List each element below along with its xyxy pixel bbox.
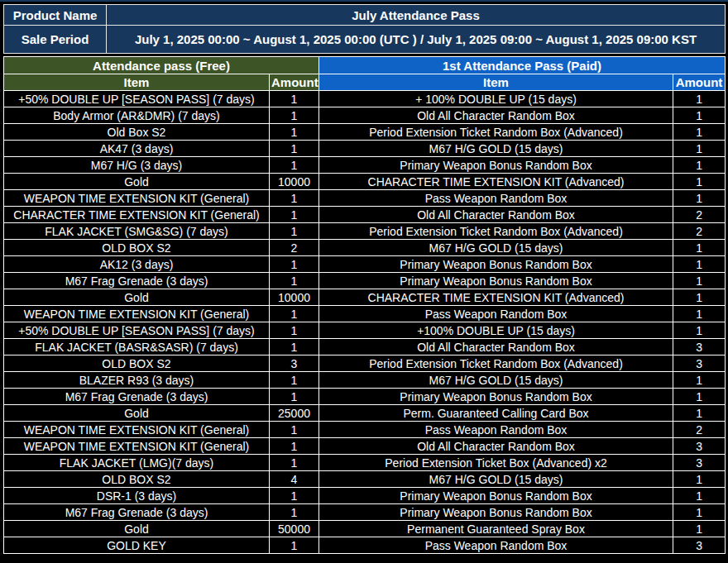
free-amount-cell: 1	[270, 124, 319, 141]
free-amount-cell: 1	[270, 339, 319, 355]
paid-amount-cell: 1	[673, 488, 726, 504]
table-row: OLD BOX S24M67 H/G GOLD (15 days)1	[4, 471, 726, 488]
free-amount-cell: 1	[270, 223, 319, 240]
table-row: FLAK JACKET (SMG&SG) (7 days)1Period Ext…	[4, 223, 726, 240]
sale-period-value: July 1, 2025 00:00 ~ August 1, 2025 00:0…	[107, 26, 726, 54]
free-item-cell: BLAZER R93 (3 days)	[4, 372, 270, 389]
free-item-cell: DSR-1 (3 days)	[4, 488, 270, 504]
paid-pass-header: 1st Attendance Pass (Paid)	[319, 57, 726, 74]
paid-item-cell: + 100% DOUBLE UP (15 days)	[319, 91, 673, 107]
paid-item-cell: M67 H/G GOLD (15 days)	[319, 240, 673, 256]
table-row: M67 H/G (3 days)1Primary Weapon Bonus Ra…	[4, 157, 726, 174]
free-amount-column-header: Amount	[270, 74, 319, 91]
paid-item-cell: Period Extension Ticket Random Box (Adva…	[319, 223, 673, 240]
product-info-table: Product Name July Attendance Pass Sale P…	[3, 4, 726, 54]
free-amount-cell: 1	[270, 322, 319, 339]
table-row: GOLD KEY1Pass Weapon Random Box3	[4, 537, 726, 554]
table-row: WEAPON TIME EXTENSION KIT (General)1Old …	[4, 438, 726, 455]
free-item-cell: +50% DOUBLE UP [SEASON PASS] (7 days)	[4, 91, 270, 107]
paid-amount-cell: 1	[673, 322, 726, 339]
paid-item-cell: Primary Weapon Bonus Random Box	[319, 273, 673, 289]
paid-amount-cell: 1	[673, 91, 726, 107]
paid-amount-cell: 1	[673, 174, 726, 190]
table-row: WEAPON TIME EXTENSION KIT (General)1Pass…	[4, 422, 726, 438]
free-amount-cell: 1	[270, 91, 319, 107]
free-item-cell: OLD BOX S2	[4, 471, 270, 488]
table-row: Gold50000Permanent Guaranteed Spray Box1	[4, 521, 726, 537]
free-item-cell: OLD BOX S2	[4, 355, 270, 372]
paid-amount-cell: 1	[673, 273, 726, 289]
free-amount-cell: 1	[270, 455, 319, 471]
paid-item-cell: Primary Weapon Bonus Random Box	[319, 504, 673, 521]
pass-table-body: +50% DOUBLE UP [SEASON PASS] (7 days)1+ …	[4, 91, 726, 554]
table-row: OLD BOX S22M67 H/G GOLD (15 days)1	[4, 240, 726, 256]
free-amount-cell: 4	[270, 471, 319, 488]
table-row: M67 Frag Grenade (3 days)1Primary Weapon…	[4, 273, 726, 289]
paid-item-cell: Primary Weapon Bonus Random Box	[319, 488, 673, 504]
free-amount-cell: 3	[270, 355, 319, 372]
free-item-cell: AK12 (3 days)	[4, 256, 270, 273]
paid-item-cell: Period Extension Ticket Random Box (Adva…	[319, 124, 673, 141]
table-row: AK47 (3 days)1M67 H/G GOLD (15 days)1	[4, 141, 726, 157]
paid-item-column-header: Item	[319, 74, 673, 91]
free-item-cell: WEAPON TIME EXTENSION KIT (General)	[4, 190, 270, 207]
paid-amount-cell: 3	[673, 537, 726, 554]
paid-item-cell: Permanent Guaranteed Spray Box	[319, 521, 673, 537]
table-row: Gold10000CHARACTER TIME EXTENSION KIT (A…	[4, 174, 726, 190]
paid-amount-cell: 1	[673, 141, 726, 157]
paid-amount-cell: 3	[673, 355, 726, 372]
table-row: Old Box S21Period Extension Ticket Rando…	[4, 124, 726, 141]
free-pass-header: Attendance pass (Free)	[4, 57, 319, 74]
paid-item-cell: M67 H/G GOLD (15 days)	[319, 372, 673, 389]
free-item-cell: AK47 (3 days)	[4, 141, 270, 157]
paid-item-cell: Primary Weapon Bonus Random Box	[319, 157, 673, 174]
table-row: WEAPON TIME EXTENSION KIT (General)1Pass…	[4, 306, 726, 322]
free-amount-cell: 25000	[270, 405, 319, 422]
table-row: FLAK JACKET (BASR&SASR) (7 days)1Old All…	[4, 339, 726, 355]
table-row: OLD BOX S23Period Extension Ticket Rando…	[4, 355, 726, 372]
free-item-cell: WEAPON TIME EXTENSION KIT (General)	[4, 438, 270, 455]
table-row: M67 Frag Grenade (3 days)1Primary Weapon…	[4, 504, 726, 521]
free-item-cell: Old Box S2	[4, 124, 270, 141]
paid-item-cell: M67 H/G GOLD (15 days)	[319, 471, 673, 488]
paid-item-cell: Period Extension Ticket Box (Advanced) x…	[319, 455, 673, 471]
paid-item-cell: Old All Character Random Box	[319, 438, 673, 455]
free-amount-cell: 1	[270, 488, 319, 504]
free-item-column-header: Item	[4, 74, 270, 91]
paid-amount-cell: 1	[673, 124, 726, 141]
paid-amount-cell: 3	[673, 339, 726, 355]
table-row: Gold25000Perm. Guaranteed Calling Card B…	[4, 405, 726, 422]
attendance-pass-notice: Product Name July Attendance Pass Sale P…	[0, 0, 728, 563]
table-row: Body Armor (AR&DMR) (7 days)1Old All Cha…	[4, 107, 726, 124]
paid-amount-cell: 1	[673, 405, 726, 422]
paid-item-cell: Pass Weapon Random Box	[319, 422, 673, 438]
free-item-cell: FLAK JACKET (SMG&SG) (7 days)	[4, 223, 270, 240]
free-amount-cell: 1	[270, 207, 319, 223]
free-item-cell: FLAK JACKET (LMG)(7 days)	[4, 455, 270, 471]
free-item-cell: Body Armor (AR&DMR) (7 days)	[4, 107, 270, 124]
free-item-cell: +50% DOUBLE UP [SEASON PASS] (7 days)	[4, 322, 270, 339]
product-name-label: Product Name	[4, 5, 107, 26]
paid-amount-cell: 1	[673, 389, 726, 405]
free-amount-cell: 1	[270, 273, 319, 289]
free-amount-cell: 1	[270, 389, 319, 405]
table-row: Gold10000CHARACTER TIME EXTENSION KIT (A…	[4, 289, 726, 306]
free-amount-cell: 10000	[270, 174, 319, 190]
free-item-cell: M67 H/G (3 days)	[4, 157, 270, 174]
table-row: +50% DOUBLE UP [SEASON PASS] (7 days)1+ …	[4, 91, 726, 107]
paid-item-cell: Pass Weapon Random Box	[319, 306, 673, 322]
free-amount-cell: 1	[270, 107, 319, 124]
free-item-cell: WEAPON TIME EXTENSION KIT (General)	[4, 422, 270, 438]
paid-amount-cell: 1	[673, 504, 726, 521]
paid-item-cell: Period Extension Ticket Random Box (Adva…	[319, 355, 673, 372]
paid-item-cell: Old All Character Random Box	[319, 107, 673, 124]
paid-item-cell: Primary Weapon Bonus Random Box	[319, 389, 673, 405]
paid-amount-cell: 1	[673, 157, 726, 174]
free-amount-cell: 1	[270, 256, 319, 273]
paid-item-cell: CHARACTER TIME EXTENSION KIT (Advanced)	[319, 289, 673, 306]
table-row: AK12 (3 days)1Primary Weapon Bonus Rando…	[4, 256, 726, 273]
paid-amount-cell: 1	[673, 107, 726, 124]
paid-amount-cell: 1	[673, 240, 726, 256]
free-item-cell: M67 Frag Grenade (3 days)	[4, 389, 270, 405]
free-item-cell: FLAK JACKET (BASR&SASR) (7 days)	[4, 339, 270, 355]
